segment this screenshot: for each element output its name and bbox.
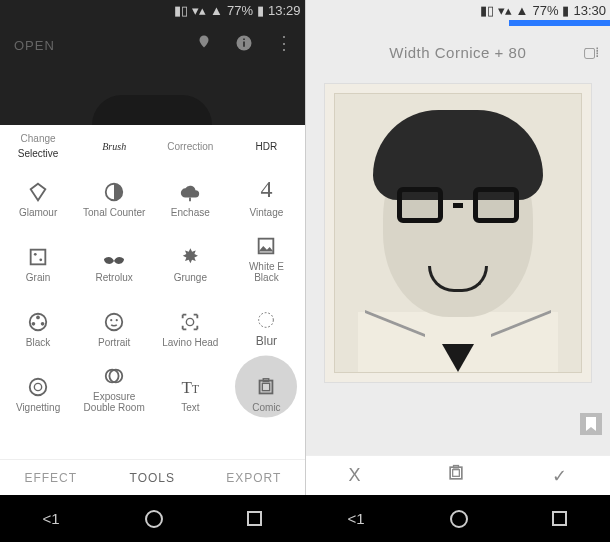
tool-glamour[interactable]: Glamour xyxy=(0,161,76,226)
overflow-menu-icon[interactable]: ⋮ xyxy=(275,34,293,52)
svg-point-17 xyxy=(259,312,274,327)
bookmark-button[interactable] xyxy=(580,413,602,435)
battery-pct: 77% xyxy=(532,3,558,18)
nav-recent[interactable] xyxy=(247,511,262,526)
scanface-icon xyxy=(179,311,201,333)
image-icon xyxy=(255,235,277,257)
tool-row-1: Glamour Tonal Counter Enchase 4 Vintage xyxy=(0,161,305,226)
tool-correction[interactable]: Correction xyxy=(152,131,228,161)
adjustment-title: Width Cornice + 80 ▢⁞ xyxy=(306,44,611,61)
tool-text[interactable]: TT Text xyxy=(152,356,228,421)
nav-back[interactable]: <1 xyxy=(42,510,59,527)
tool-row-2: Grain Retrolux ✸ Grunge White E Black xyxy=(0,226,305,291)
svg-point-7 xyxy=(39,258,42,261)
tab-tools[interactable]: TOOLS xyxy=(102,471,204,485)
tool-tonal-counter[interactable]: Tonal Counter xyxy=(76,161,152,226)
frame-icon xyxy=(255,376,277,398)
svg-point-16 xyxy=(187,318,194,325)
tool-hdr[interactable]: HDR xyxy=(228,131,304,161)
status-bar-right: ▮▯ ▾▴ ▲ 77% ▮ 13:30 xyxy=(480,0,606,20)
battery-icon: ▮ xyxy=(562,3,569,18)
tool-comic[interactable]: Comic xyxy=(228,356,304,421)
four-icon: 4 xyxy=(260,176,272,203)
tab-effect[interactable]: EFFECT xyxy=(0,471,102,485)
nav-home[interactable] xyxy=(145,510,163,528)
circle-icon xyxy=(255,309,277,331)
dice-icon xyxy=(27,246,49,268)
indicator-tab-2[interactable] xyxy=(407,20,509,26)
clock: 13:29 xyxy=(268,3,301,18)
photo-preview[interactable] xyxy=(334,93,583,373)
tool-white-black[interactable]: White E Black xyxy=(228,226,304,291)
cloud-icon xyxy=(179,181,201,203)
open-label[interactable]: OPEN xyxy=(14,38,55,53)
svg-point-12 xyxy=(41,322,45,326)
tool-grain[interactable]: Grain xyxy=(0,226,76,291)
dimmed-photo-hint xyxy=(92,95,212,125)
nav-recent[interactable] xyxy=(552,511,567,526)
svg-point-13 xyxy=(106,314,123,331)
svg-point-15 xyxy=(116,319,118,321)
tool-row-3: Black Portrait Lavino Head Blur xyxy=(0,291,305,356)
mustache-icon xyxy=(101,254,127,268)
tool-black[interactable]: Black xyxy=(0,291,76,356)
battery-icon: ▮ xyxy=(257,3,264,18)
frame-options-button[interactable] xyxy=(446,463,466,488)
svg-point-11 xyxy=(32,322,36,326)
frame-icon xyxy=(446,463,466,483)
status-bar-left: ▮▯ ▾▴ ▲ 77% ▮ 13:29 xyxy=(174,0,300,20)
tab-export[interactable]: EXPORT xyxy=(203,471,305,485)
tool-exposure[interactable]: Exposure Double Room xyxy=(76,356,152,421)
tool-lavino-head[interactable]: Lavino Head xyxy=(152,291,228,356)
auto-icon[interactable] xyxy=(195,34,213,52)
text-icon: TT xyxy=(181,378,199,398)
info-icon[interactable] xyxy=(235,34,253,52)
nav-back[interactable]: <1 xyxy=(347,510,364,527)
contrast-icon xyxy=(103,181,125,203)
grunge-icon: ✸ xyxy=(182,244,199,268)
tool-portrait[interactable]: Portrait xyxy=(76,291,152,356)
indicator-tab-3[interactable] xyxy=(509,20,611,26)
network-icon: ▾▴ xyxy=(192,3,206,18)
signal-icon: ▮▯ xyxy=(174,3,188,18)
battery-pct: 77% xyxy=(227,3,253,18)
svg-rect-1 xyxy=(243,42,245,47)
bottom-tab-bar: EFFECT TOOLS EXPORT xyxy=(0,459,305,495)
tool-blur[interactable]: Blur xyxy=(228,291,304,356)
tool-selective[interactable]: Change Selective xyxy=(0,131,76,161)
editor-tools-pane: ▮▯ ▾▴ ▲ 77% ▮ 13:29 OPEN ⋮ Change Select… xyxy=(0,0,306,495)
diamond-icon xyxy=(27,181,49,203)
svg-point-19 xyxy=(34,383,41,390)
tool-retrolux[interactable]: Retrolux xyxy=(76,226,152,291)
svg-rect-2 xyxy=(243,39,245,41)
bookmark-icon xyxy=(585,417,597,431)
svg-rect-26 xyxy=(453,470,460,477)
compare-icon[interactable]: ▢⁞ xyxy=(583,44,598,60)
tool-header-row: Change Selective Brush Correction HDR xyxy=(0,125,305,161)
svg-rect-25 xyxy=(450,467,462,479)
tool-vintage[interactable]: 4 Vintage xyxy=(228,161,304,226)
wifi-icon: ▲ xyxy=(516,3,529,18)
face-icon xyxy=(103,311,125,333)
tool-vignetting[interactable]: Vignetting xyxy=(0,356,76,421)
svg-point-14 xyxy=(110,319,112,321)
tool-enchase[interactable]: Enchase xyxy=(152,161,228,226)
nav-home[interactable] xyxy=(450,510,468,528)
top-indicator-tabs xyxy=(306,20,611,26)
nav-bar-left: <1 xyxy=(0,495,305,542)
double-exposure-icon xyxy=(103,365,125,387)
reel-icon xyxy=(27,311,49,333)
nav-bar-right: <1 xyxy=(305,495,610,542)
indicator-tab-1[interactable] xyxy=(306,20,408,26)
clock: 13:30 xyxy=(573,3,606,18)
svg-point-18 xyxy=(30,379,47,396)
confirm-button[interactable]: ✓ xyxy=(552,465,567,487)
signal-icon: ▮▯ xyxy=(480,3,494,18)
tool-grunge[interactable]: ✸ Grunge xyxy=(152,226,228,291)
svg-rect-22 xyxy=(260,381,273,394)
close-button[interactable]: X xyxy=(348,465,360,486)
tool-brush[interactable]: Brush xyxy=(76,131,152,161)
svg-rect-23 xyxy=(263,383,270,390)
tool-row-4: Vignetting Exposure Double Room TT Text … xyxy=(0,356,305,421)
bottom-action-bar: X ✓ xyxy=(306,455,611,495)
